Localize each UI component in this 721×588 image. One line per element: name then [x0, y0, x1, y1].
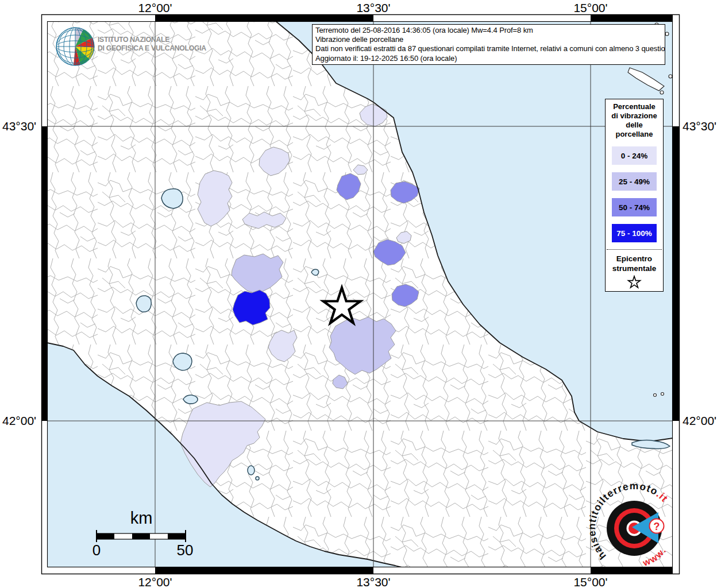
haisentitoilterremoto-map-page: ? haisentitoilterremoto.it www. Terremot… — [0, 0, 721, 588]
legend-title-line: porcellane — [611, 130, 657, 139]
lat-label-left-42: 42°00' — [2, 414, 36, 428]
legend-title-line: di vibrazione — [611, 111, 657, 121]
lon-label-bottom-12: 12°00' — [138, 575, 172, 588]
legend-swatch-label: 50 - 74% — [619, 203, 650, 212]
lon-label-bottom-15: 15°00' — [573, 575, 607, 588]
legend-epicenter-line: strumentale — [612, 264, 657, 273]
ingv-line1: ISTITUTO NAZIONALE — [98, 35, 206, 44]
legend-swatch-0-24: 0 - 24% — [612, 146, 657, 165]
legend-title: Percentuale di vibrazione delle porcella… — [611, 102, 657, 139]
legend: Percentuale di vibrazione delle porcella… — [605, 99, 664, 292]
lon-label-top-15: 15°00' — [573, 1, 607, 15]
lon-label-bottom-1330: 13°30' — [356, 575, 390, 588]
legend-title-line: delle — [611, 121, 657, 130]
event-info-box: Terremoto del 25-08-2016 14:36:05 (ora l… — [312, 24, 665, 65]
ingv-logo-text: ISTITUTO NAZIONALE DI GEOFISICA E VULCAN… — [98, 35, 206, 52]
legend-epicenter-line: Epicentro — [612, 254, 657, 264]
legend-swatches: 0 - 24%25 - 49%50 - 74%75 - 100% — [612, 139, 657, 242]
lon-label-top-1330: 13°30' — [356, 1, 390, 15]
lat-label-right-4330: 43°30' — [683, 119, 716, 133]
ingv-line2: DI GEOFISICA E VULCANOLOGIA — [98, 44, 206, 52]
ingv-globe-icon — [56, 28, 94, 65]
scalebar-end-label: 50 — [177, 541, 194, 559]
legend-swatch-label: 25 - 49% — [619, 177, 650, 186]
lon-label-top-12: 12°00' — [138, 1, 172, 15]
legend-divider — [607, 249, 662, 250]
scalebar-unit-label: km — [130, 509, 153, 528]
legend-star-icon — [627, 275, 642, 290]
map: ? haisentitoilterremoto.it www. — [0, 0, 721, 588]
scalebar-start-label: 0 — [92, 541, 101, 559]
event-data-note: Dati non verificati estratti da 87 quest… — [315, 44, 662, 53]
legend-swatch-50-74: 50 - 74% — [612, 198, 657, 216]
event-map-type: Vibrazione delle porcellane — [315, 35, 662, 44]
legend-epicenter-label: Epicentro strumentale — [612, 254, 657, 273]
legend-swatch-label: 0 - 24% — [621, 152, 648, 160]
legend-swatch-75-100: 75 - 100% — [612, 224, 657, 242]
legend-swatch-25-49: 25 - 49% — [612, 172, 657, 191]
lat-label-right-42: 42°00' — [683, 414, 716, 428]
legend-title-line: Percentuale — [611, 102, 657, 111]
lat-label-left-4330: 43°30' — [2, 119, 36, 133]
event-updated-at: Aggiornato il: 19-12-2025 16:50 (ora loc… — [315, 54, 662, 63]
event-title: Terremoto del 25-08-2016 14:36:05 (ora l… — [315, 26, 662, 35]
legend-swatch-label: 75 - 100% — [616, 229, 652, 238]
hsit-question-mark: ? — [654, 521, 660, 532]
